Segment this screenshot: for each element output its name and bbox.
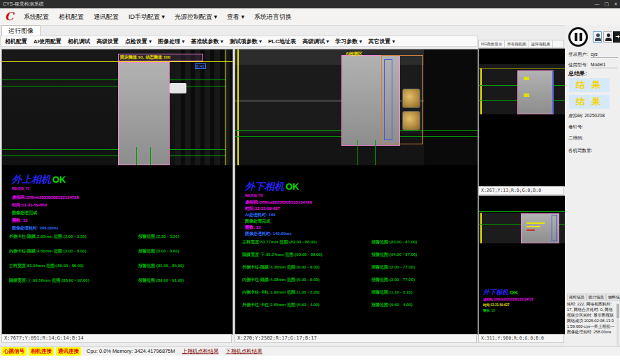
toolbar-item[interactable]: 学习参数 ▾	[335, 38, 362, 45]
measurement-alarm: 报警范围:(81.00 - 85.00)	[138, 263, 184, 269]
status-bar: 心跳信号相机连接通讯连接 Cpu: 0.0% Memory: 3424.4179…	[0, 346, 620, 356]
pause-icon	[575, 33, 577, 41]
process-time-line: 图像处理耗时: 140.00ms	[245, 231, 292, 237]
baseline-green	[2, 86, 226, 86]
virtual-code-field: 虚拟码: 20250208	[568, 113, 605, 119]
edge-line-green	[136, 147, 137, 165]
detect-rect-blue	[552, 215, 557, 241]
reel-number-field: 卷针号:	[568, 124, 583, 130]
toolbar-item[interactable]: PLC地址表	[268, 38, 296, 45]
toolbar-item[interactable]: 测试项参数 ▾	[230, 38, 262, 45]
coords-status-upper: X:7677;Y:891;R:14;G:14;B:14	[1, 334, 232, 343]
exit-button[interactable]: ➜	[613, 31, 620, 43]
operator-lock-button[interactable]	[603, 31, 612, 43]
spot-check-link[interactable]: 上相机点检结果	[182, 348, 219, 355]
measurement-alarm: 报警范围:(2.00 - 77.00)	[371, 277, 415, 283]
pause-button[interactable]	[568, 27, 588, 47]
ng-preview-upper[interactable]	[478, 48, 566, 187]
measurement-text: 隔膜宽度-下:95.24mm 范围:(93.00 - 98.00)	[242, 252, 323, 257]
right-view-tabs: NG画面显示所有相机图故障相机图	[478, 40, 564, 48]
right-view-tab[interactable]: NG画面显示	[479, 40, 505, 47]
menu-item[interactable]: 系统配置	[19, 13, 54, 22]
login-user-value[interactable]: cys	[591, 52, 618, 58]
menu-item[interactable]: 查看 ▾	[222, 13, 249, 22]
right-view-tab[interactable]: 故障相机图	[529, 40, 554, 47]
time-line: 时间:13-31-59-650	[12, 202, 47, 208]
model-value[interactable]: Model1	[591, 62, 618, 68]
camera-result-title: 外上相机OK	[12, 174, 66, 186]
menu-items: 系统配置相机配置通讯配置ID手动配置 ▾光源控制配置 ▾查看 ▾系统语言切换	[19, 13, 297, 22]
toolbar-item[interactable]: 高级设置	[96, 38, 119, 45]
camera-view-upper[interactable]: 固定阈值:93, 动态阈值:100 8.46 外上相机OK NG点位:Y1 虚拟…	[1, 49, 233, 335]
camera-name: 外下相机	[483, 289, 508, 296]
toolbar-item[interactable]: 其它设置 ▾	[369, 38, 395, 45]
measurement-text: 主料宽度:83.05mm 范围:(80.00 - 86.00)	[9, 264, 84, 268]
threshold-overlay-box: 固定阈值:93, 动态阈值:100	[118, 54, 203, 61]
status-links: 上相机点检结果下相机点检结果	[175, 348, 263, 355]
measurement-text: 隔膜宽度-上:90.56mm 范围:(88.00 - 92.00)	[9, 278, 89, 282]
coords-status-preview-upper: X:267;Y:13;R:0;G:0;B:0	[478, 186, 564, 195]
status-badge: 相机连接	[29, 347, 54, 356]
camera-name: 外下相机	[245, 181, 284, 192]
toolbar-item[interactable]: 点检设置 ▾	[125, 38, 152, 45]
info-tab[interactable]: 物料信息	[606, 294, 620, 301]
spot-check-link[interactable]: 下相机点检结果	[226, 348, 263, 355]
ai-region-label: AI检测区	[346, 51, 362, 57]
measurement-row: 隔膜宽度-上:90.56mm 范围:(88.00 - 92.00) 报警范围:(…	[9, 278, 232, 292]
sidebar: ➜ 登录用户: cys 使用型号: Model1 总结果: 结 果 结 果 虚拟…	[565, 25, 620, 356]
edge-line-green	[375, 140, 376, 165]
edge-line-green	[150, 147, 151, 165]
total-result-label: 总结果:	[568, 70, 587, 77]
roi-line-yellow-vertical	[480, 213, 482, 243]
user-icon	[593, 32, 601, 42]
user-login-button[interactable]	[593, 31, 602, 43]
camera-name: 外上相机	[12, 174, 51, 185]
cycle-count-line: 圈数: 13	[12, 218, 27, 224]
right-view-tab[interactable]: 所有相机图	[505, 40, 529, 47]
process-time-line: 图像处理耗时: 266.00ms	[12, 225, 59, 232]
product-region	[118, 62, 170, 165]
menu-item[interactable]: 系统语言切换	[249, 13, 297, 22]
toolbar-item[interactable]: 相机配置	[5, 38, 27, 45]
maximize-button[interactable]: ▢	[605, 0, 610, 8]
toolbar-item[interactable]: 高级调试 ▾	[302, 38, 329, 45]
exit-icon: ➜	[615, 33, 620, 40]
close-button[interactable]: ✕	[614, 0, 618, 8]
toolbar-item[interactable]: 相机调试	[68, 38, 90, 45]
model-label: 使用型号:	[568, 62, 591, 68]
tab-run-image[interactable]: 运行图像	[1, 25, 40, 36]
roi-line-yellow-vertical	[237, 50, 239, 165]
virtual-code-line: 虚拟码:Offline20250208133134728	[12, 195, 79, 201]
app-logo-icon: C	[3, 10, 15, 23]
measurement-text: 外侧卡柱-隔膜:4.38mm 范围:(0.00 - 9.00)	[242, 265, 320, 269]
camera-ok-status: OK	[286, 181, 300, 192]
app-window: CYS-视觉检测系统 — ▢ ✕ C 系统配置相机配置通讯配置ID手动配置 ▾光…	[0, 0, 620, 356]
measurement-alarm: 报警范围:(2.20 - 3.20)	[138, 234, 179, 240]
toolbar: 相机配置AI使用配置相机调试高级设置点检设置 ▾图像处理 ▾基准线参数 ▾测试项…	[0, 36, 478, 47]
menu-item[interactable]: 光源控制配置 ▾	[170, 13, 222, 22]
ng-preview-lower[interactable]: 外下相机OK 虚拟码:Offline20250208133134728 时间:1…	[478, 195, 566, 335]
measurement-list: 主料宽度:83.77mm 范围:(82.00 - 88.00) 报警范围:(83…	[242, 239, 466, 314]
virtual-code-line: 虚拟码:Offline20250208133134728	[245, 199, 312, 206]
user-lock-icon	[604, 32, 612, 42]
menu-item[interactable]: 通讯配置	[89, 13, 124, 22]
camera-view-lower[interactable]: AI检测区 外下相机OK NG点位:Y0 虚拟码:Offline20250208…	[235, 49, 478, 335]
measurement-alarm: 报警范围:(1.10 - 2.10)	[371, 289, 413, 296]
camera-ok-status: OK	[52, 174, 66, 185]
measurement-row: 外侧卡柱-隔膜:4.38mm 范围:(0.00 - 9.00) 报警范围:(2.…	[242, 264, 466, 277]
info-tab[interactable]: 统计信息	[586, 294, 606, 301]
toolbar-item[interactable]: 基准线参数 ▾	[191, 38, 223, 45]
baseline-green	[2, 79, 226, 80]
menu-item[interactable]: 相机配置	[54, 13, 89, 22]
measurement-alarm: 报警范围:(94.00 - 97.00)	[371, 252, 417, 258]
tab-foil-region	[402, 111, 420, 130]
qrcode-field: 二维码:	[568, 135, 583, 142]
total-result-box-1: 结 果	[569, 78, 610, 92]
scroll-thumb[interactable]	[617, 304, 619, 318]
info-tab[interactable]: 耗时信息	[567, 294, 586, 301]
minimize-button[interactable]: —	[595, 0, 600, 8]
measurement-row: 外侧卡柱-隔膜:2.95mm 范围:(2.00 - 3.50) 报警范围:(2.…	[9, 234, 232, 248]
toolbar-item[interactable]: 图像处理 ▾	[158, 38, 184, 45]
toolbar-item[interactable]: AI使用配置	[34, 38, 61, 45]
menu-item[interactable]: ID手动配置 ▾	[124, 13, 170, 22]
